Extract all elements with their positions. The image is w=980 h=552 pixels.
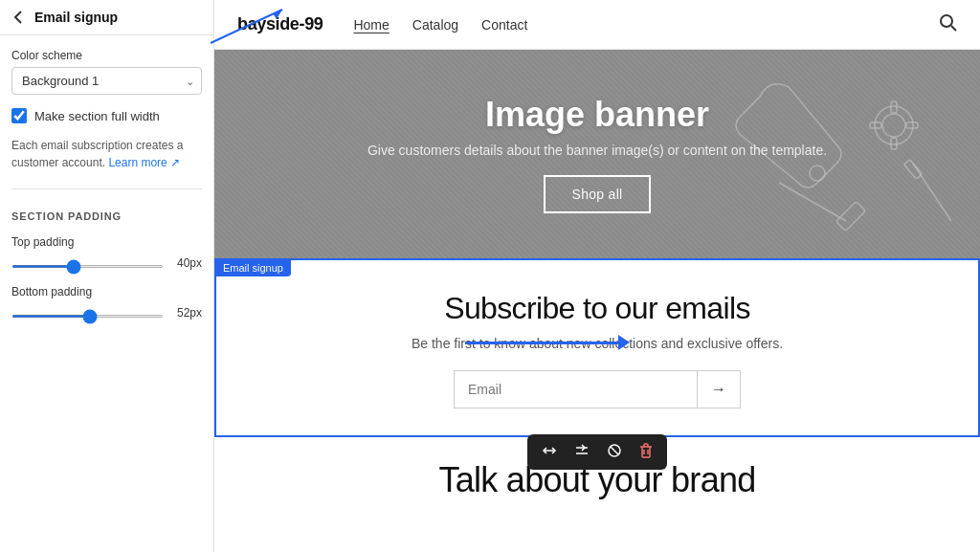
svg-point-0 xyxy=(941,15,952,27)
shop-all-button[interactable]: Shop all xyxy=(544,175,652,213)
color-scheme-field: Color scheme Background 1 Background 2 I… xyxy=(11,49,202,95)
svg-rect-12 xyxy=(904,160,923,179)
svg-rect-5 xyxy=(891,101,897,113)
svg-point-3 xyxy=(875,106,913,144)
toolbar-move-right-button[interactable] xyxy=(568,439,596,465)
search-icon[interactable] xyxy=(938,12,957,36)
banner-subtitle: Give customers details about the banner … xyxy=(368,143,827,158)
top-padding-slider-row: 40px xyxy=(11,254,202,272)
floating-toolbar xyxy=(527,434,667,470)
nav-link-home[interactable]: Home xyxy=(353,17,389,33)
info-text: Each email subscription creates a custom… xyxy=(11,137,202,171)
email-submit-button[interactable]: → xyxy=(697,371,740,408)
arrow-right-icon: → xyxy=(711,381,726,397)
panel-title: Email signup xyxy=(34,10,118,25)
nav-link-contact[interactable]: Contact xyxy=(481,17,527,33)
top-padding-slider[interactable] xyxy=(11,265,164,268)
email-input[interactable] xyxy=(455,371,697,408)
full-width-checkbox[interactable] xyxy=(11,108,27,123)
move-right-icon xyxy=(574,444,590,460)
svg-line-11 xyxy=(913,164,951,221)
bottom-padding-slider-wrapper xyxy=(11,304,164,321)
top-padding-value: 40px xyxy=(171,256,202,270)
nav-link-catalog[interactable]: Catalog xyxy=(412,17,458,33)
panel-header: Email signup xyxy=(0,0,213,35)
svg-rect-6 xyxy=(891,138,897,149)
toolbar-move-left-button[interactable] xyxy=(535,439,564,465)
svg-rect-8 xyxy=(906,122,918,128)
bottom-padding-value: 52px xyxy=(171,306,202,320)
divider xyxy=(11,188,202,189)
preview-panel: bayside-99 Home Catalog Contact xyxy=(214,0,980,552)
arrow-line xyxy=(465,342,618,344)
toolbar-unlink-button[interactable] xyxy=(600,438,629,466)
toolbar-delete-button[interactable] xyxy=(633,438,659,466)
svg-point-4 xyxy=(882,114,905,137)
external-link-icon: ↗ xyxy=(170,156,180,169)
email-input-row: → xyxy=(454,370,741,408)
panel-body: Color scheme Background 1 Background 2 I… xyxy=(0,35,213,335)
store-name: bayside-99 xyxy=(237,14,323,34)
email-section-title: Subscribe to our emails xyxy=(239,291,955,326)
svg-line-1 xyxy=(951,26,956,31)
color-scheme-select-wrapper: Background 1 Background 2 Inverse ⌄ xyxy=(11,67,202,95)
full-width-checkbox-row: Make section full width xyxy=(11,108,202,123)
email-section-badge: Email signup xyxy=(215,259,291,276)
store-nav: bayside-99 Home Catalog Contact xyxy=(214,0,980,50)
bottom-padding-label: Bottom padding xyxy=(11,285,202,298)
arrowhead xyxy=(618,335,630,350)
banner-content: Image banner Give customers details abou… xyxy=(368,95,827,213)
settings-panel: Email signup Color scheme Background 1 B… xyxy=(0,0,214,552)
svg-line-17 xyxy=(611,447,618,454)
top-padding-slider-wrapper xyxy=(11,254,164,272)
unlink-icon xyxy=(607,443,622,461)
svg-rect-7 xyxy=(870,122,881,128)
bottom-padding-slider-row: 52px xyxy=(11,304,202,321)
top-padding-label: Top padding xyxy=(11,235,202,249)
top-padding-field: Top padding 40px xyxy=(11,235,202,272)
banner-title: Image banner xyxy=(368,95,827,135)
color-scheme-label: Color scheme xyxy=(11,49,202,62)
bottom-padding-field: Bottom padding 52px xyxy=(11,285,202,321)
trash-icon xyxy=(639,443,653,461)
svg-rect-10 xyxy=(835,201,865,231)
color-scheme-select[interactable]: Background 1 Background 2 Inverse xyxy=(11,67,202,95)
full-width-label[interactable]: Make section full width xyxy=(34,109,160,123)
arrow-annotation xyxy=(465,335,630,350)
back-button[interactable] xyxy=(11,10,27,25)
move-left-icon xyxy=(542,444,557,460)
section-padding-heading: SECTION PADDING xyxy=(11,210,202,222)
image-banner-section: Image banner Give customers details abou… xyxy=(214,50,980,258)
nav-links: Home Catalog Contact xyxy=(353,17,938,33)
learn-more-link[interactable]: Learn more ↗ xyxy=(108,156,180,169)
bottom-padding-slider[interactable] xyxy=(11,315,164,318)
